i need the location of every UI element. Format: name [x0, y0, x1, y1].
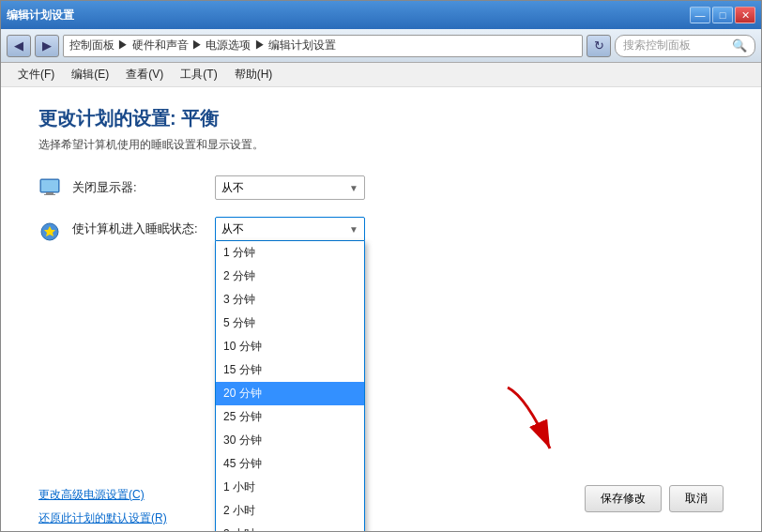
- sleep-dropdown-arrow-icon: ▼: [349, 224, 358, 235]
- sleep-dropdown[interactable]: 从不 ▼: [215, 217, 365, 241]
- sleep-dropdown-value: 从不: [221, 221, 244, 237]
- option-30min[interactable]: 30 分钟: [216, 429, 364, 452]
- menu-view[interactable]: 查看(V): [118, 64, 171, 85]
- option-3hour[interactable]: 3 小时: [216, 523, 364, 531]
- display-dropdown[interactable]: 从不 ▼: [215, 175, 365, 200]
- option-45min[interactable]: 45 分钟: [216, 452, 364, 476]
- back-button[interactable]: ◀: [7, 35, 31, 57]
- menu-edit[interactable]: 编辑(E): [64, 64, 116, 85]
- svg-rect-2: [44, 194, 55, 195]
- main-window: 编辑计划设置 — □ ✕ ◀ ▶ 控制面板 ▶ 硬件和声音 ▶ 电源选项 ▶ 编…: [0, 0, 762, 532]
- svg-rect-1: [46, 192, 53, 194]
- sleep-label: 使计算机进入睡眠状态:: [72, 220, 204, 237]
- content-area: 更改计划的设置: 平衡 选择希望计算机使用的睡眠设置和显示设置。 关闭显示器: …: [1, 87, 761, 531]
- restore-defaults-link[interactable]: 还原此计划的默认设置(R): [38, 510, 724, 526]
- forward-button[interactable]: ▶: [35, 35, 59, 57]
- page-title: 更改计划的设置: 平衡: [38, 106, 724, 131]
- option-15min[interactable]: 15 分钟: [216, 358, 364, 382]
- display-setting-row: 关闭显示器: 从不 ▼: [38, 175, 724, 200]
- option-3min[interactable]: 3 分钟: [216, 288, 364, 312]
- option-2min[interactable]: 2 分钟: [216, 265, 364, 288]
- menu-help[interactable]: 帮助(H): [227, 64, 281, 85]
- refresh-button[interactable]: ↻: [587, 35, 611, 57]
- arrow-annotation: [498, 378, 573, 475]
- close-button[interactable]: ✕: [735, 7, 755, 23]
- title-bar: 编辑计划设置 — □ ✕: [1, 1, 761, 29]
- menu-file[interactable]: 文件(F): [10, 64, 62, 85]
- search-icon: 🔍: [732, 38, 747, 53]
- option-25min[interactable]: 25 分钟: [216, 405, 364, 429]
- sleep-icon: [38, 220, 61, 243]
- menu-bar: 文件(F) 编辑(E) 查看(V) 工具(T) 帮助(H): [1, 63, 761, 87]
- sleep-dropdown-container: 从不 ▼ 1 分钟 2 分钟 3 分钟 5 分钟 10 分钟 15 分钟 20 …: [215, 217, 365, 241]
- option-2hour[interactable]: 2 小时: [216, 499, 364, 523]
- page-subtitle: 选择希望计算机使用的睡眠设置和显示设置。: [38, 137, 724, 153]
- address-bar: ◀ ▶ 控制面板 ▶ 硬件和声音 ▶ 电源选项 ▶ 编辑计划设置 ↻ 搜索控制面…: [1, 29, 761, 63]
- sleep-setting-row: 使计算机进入睡眠状态: 从不 ▼ 1 分钟 2 分钟 3 分钟 5 分钟 10 …: [38, 217, 724, 243]
- window-controls: — □ ✕: [690, 7, 755, 23]
- svg-rect-3: [41, 180, 58, 191]
- menu-tools[interactable]: 工具(T): [173, 64, 224, 85]
- dropdown-arrow-icon: ▼: [349, 183, 358, 193]
- search-box[interactable]: 搜索控制面板 🔍: [615, 35, 755, 57]
- option-5min[interactable]: 5 分钟: [216, 312, 364, 335]
- minimize-button[interactable]: —: [690, 7, 710, 23]
- sleep-dropdown-list: 1 分钟 2 分钟 3 分钟 5 分钟 10 分钟 15 分钟 20 分钟 25…: [215, 241, 365, 531]
- option-20min[interactable]: 20 分钟: [216, 382, 364, 405]
- display-dropdown-value: 从不: [221, 180, 244, 196]
- search-placeholder: 搜索控制面板: [623, 38, 691, 53]
- maximize-button[interactable]: □: [712, 7, 733, 23]
- option-1min[interactable]: 1 分钟: [216, 241, 364, 265]
- display-icon: [38, 176, 61, 199]
- option-1hour[interactable]: 1 小时: [216, 476, 364, 499]
- save-button[interactable]: 保存修改: [585, 485, 662, 512]
- display-label: 关闭显示器:: [72, 179, 204, 196]
- bottom-buttons: 保存修改 取消: [585, 485, 724, 512]
- address-path[interactable]: 控制面板 ▶ 硬件和声音 ▶ 电源选项 ▶ 编辑计划设置: [63, 35, 583, 57]
- option-10min[interactable]: 10 分钟: [216, 335, 364, 358]
- window-title: 编辑计划设置: [7, 8, 74, 23]
- cancel-button[interactable]: 取消: [669, 485, 724, 512]
